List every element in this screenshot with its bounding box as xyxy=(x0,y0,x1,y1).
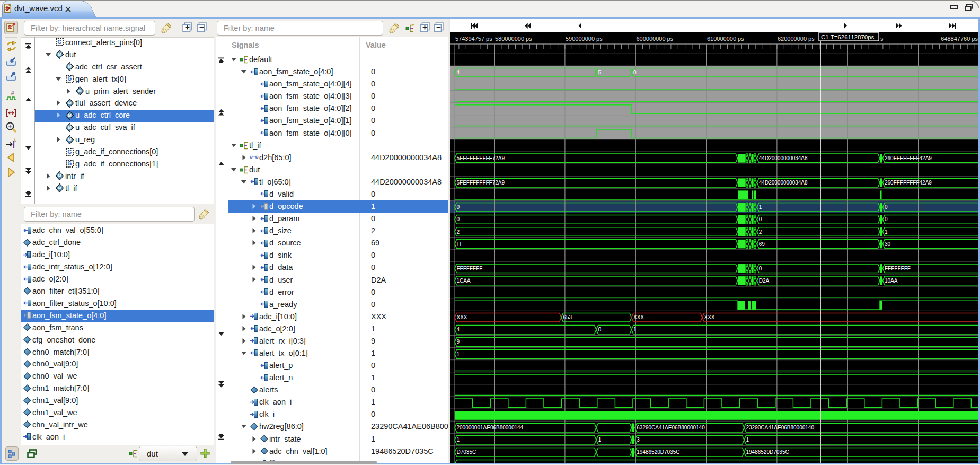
svg-text:44D20000000034A8: 44D20000000034A8 xyxy=(759,155,808,161)
svg-text:0: 0 xyxy=(759,216,762,222)
svg-text:M: M xyxy=(68,101,71,106)
svg-text:M: M xyxy=(68,137,71,142)
svg-text:FF: FF xyxy=(457,241,463,247)
svg-text:G: G xyxy=(58,39,62,45)
svg-text:610000000 ps: 610000000 ps xyxy=(707,36,744,42)
svg-text:0: 0 xyxy=(457,216,460,222)
svg-text:0: 0 xyxy=(457,204,460,210)
svg-text:4: 4 xyxy=(457,69,460,75)
svg-text:0: 0 xyxy=(885,216,888,222)
svg-text:23290CA41AE06B80000140: 23290CA41AE06B80000140 xyxy=(746,425,815,431)
svg-text:2: 2 xyxy=(457,229,460,235)
svg-text:M: M xyxy=(58,52,61,57)
svg-text:1: 1 xyxy=(746,437,749,443)
svg-text:M: M xyxy=(68,64,71,69)
svg-text:D7035C: D7035C xyxy=(457,449,476,455)
svg-text:0: 0 xyxy=(633,69,637,75)
svg-text:590000000 ps: 590000000 ps xyxy=(566,36,603,42)
svg-text:574394757 ps: 574394757 ps xyxy=(455,36,492,42)
svg-text:260FFFFFFFF42A9: 260FFFFFFFF42A9 xyxy=(885,180,932,186)
svg-text:M: M xyxy=(68,113,71,118)
svg-text:200000001AE06B80000144: 200000001AE06B80000144 xyxy=(457,425,524,431)
svg-text:G: G xyxy=(68,149,72,155)
svg-text:D2A: D2A xyxy=(759,278,770,284)
svg-text:648847760 ps: 648847760 ps xyxy=(941,36,978,42)
svg-text:580000000 ps: 580000000 ps xyxy=(495,36,532,42)
svg-text:63290CA41AE06B80000140: 63290CA41AE06B80000140 xyxy=(637,425,705,431)
svg-text:9: 9 xyxy=(457,339,460,345)
svg-text:XXX: XXX xyxy=(704,314,715,320)
svg-text:44D20000000034A8: 44D20000000034A8 xyxy=(759,180,808,186)
svg-text:600000000 ps: 600000000 ps xyxy=(637,36,674,42)
svg-text:69: 69 xyxy=(759,241,765,247)
svg-text:1: 1 xyxy=(633,327,637,332)
svg-text:M: M xyxy=(58,186,61,190)
svg-text:5: 5 xyxy=(598,69,602,75)
svg-text:2: 2 xyxy=(759,229,762,235)
svg-text:5FEFFFFFFFF72A9: 5FEFFFFFFFF72A9 xyxy=(457,180,505,186)
svg-text:#: # xyxy=(11,90,14,96)
svg-text:FFFFFFFF: FFFFFFFF xyxy=(885,266,911,271)
svg-text:1: 1 xyxy=(457,437,460,443)
svg-text:0: 0 xyxy=(885,204,888,210)
svg-text:4: 4 xyxy=(457,327,460,332)
svg-text:19486520D7035C: 19486520D7035C xyxy=(746,449,789,455)
svg-text:620000000 ps: 620000000 ps xyxy=(778,36,815,42)
svg-text:M: M xyxy=(78,89,81,93)
svg-text:653: 653 xyxy=(563,314,572,320)
svg-text:G: G xyxy=(68,76,72,82)
svg-text:1: 1 xyxy=(759,204,762,210)
svg-text:G: G xyxy=(68,161,72,166)
svg-text:C1 T=626112870ps: C1 T=626112870ps xyxy=(821,34,875,40)
svg-text:s: s xyxy=(880,36,884,42)
svg-text:260FFFFFFFF42A9: 260FFFFFFFF42A9 xyxy=(885,155,932,161)
svg-text:1: 1 xyxy=(885,229,888,235)
svg-text:0: 0 xyxy=(598,327,602,332)
svg-text:1CAA: 1CAA xyxy=(457,278,471,284)
svg-text:19486520D7035C: 19486520D7035C xyxy=(637,449,679,455)
svg-text:5FEFFFFFFFF72A9: 5FEFFFFFFFF72A9 xyxy=(457,155,505,161)
svg-text:M: M xyxy=(68,125,71,130)
svg-text:0: 0 xyxy=(759,266,762,271)
svg-text:XXX: XXX xyxy=(457,314,467,320)
svg-text:FFFFFFFF: FFFFFFFF xyxy=(457,266,483,271)
svg-text:1: 1 xyxy=(598,437,602,443)
svg-text:t: t xyxy=(14,137,16,143)
svg-text:M: M xyxy=(58,173,61,178)
svg-text:XXX: XXX xyxy=(633,314,644,320)
svg-text:30: 30 xyxy=(885,241,891,247)
svg-text:1: 1 xyxy=(457,352,460,357)
svg-text:10AA: 10AA xyxy=(885,278,898,284)
svg-text:3: 3 xyxy=(637,437,640,443)
